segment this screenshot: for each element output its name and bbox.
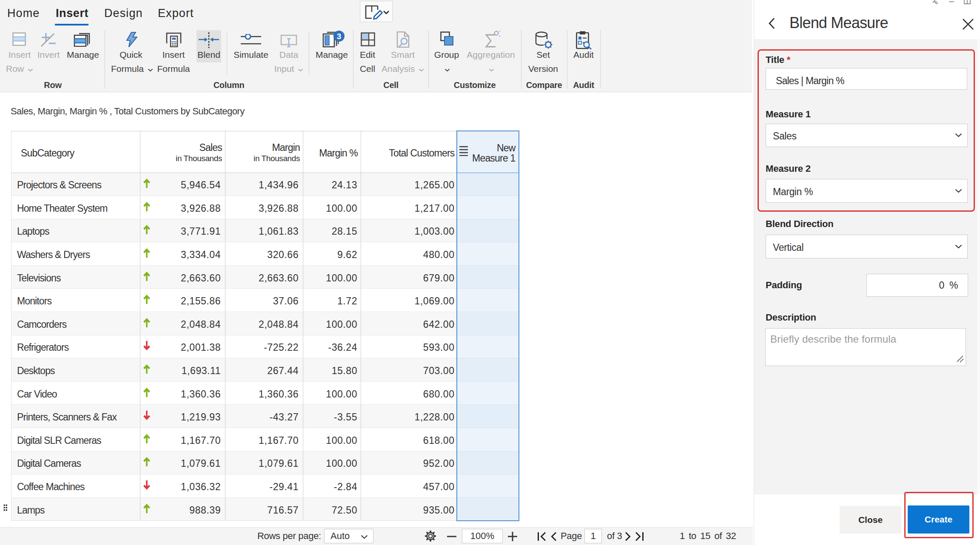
svg-text:3: 3	[337, 32, 342, 41]
